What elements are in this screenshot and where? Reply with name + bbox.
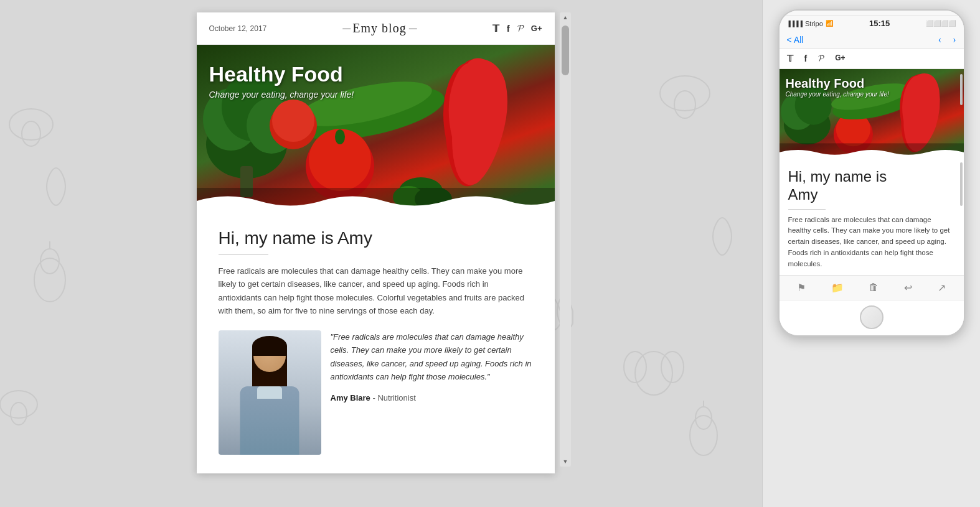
scroll-arrow-up[interactable]: ▲ xyxy=(560,12,571,22)
phone-nav-bar: < All ‹ › xyxy=(780,31,964,49)
phone-facebook-icon[interactable]: f xyxy=(804,53,808,64)
svg-point-26 xyxy=(272,100,314,142)
quote-text: "Free radicals are molecules that can da… xyxy=(331,330,533,384)
logo-dash-left: — xyxy=(342,24,350,33)
content-divider xyxy=(219,254,268,255)
phone-mockup: ▐▐▐▐ Stripo 📶 15:15 ⬜⬜⬜⬜ < All ‹ › 𝕋 f xyxy=(778,9,965,337)
email-scrollbar[interactable]: ▲ ▼ xyxy=(560,12,571,467)
mobile-preview-panel: ▐▐▐▐ Stripo 📶 15:15 ⬜⬜⬜⬜ < All ‹ › 𝕋 f xyxy=(762,0,980,507)
phone-flag-icon[interactable]: ⚑ xyxy=(797,282,806,294)
nav-left-arrow[interactable]: ‹ xyxy=(938,34,941,45)
quote-content: "Free radicals are molecules that can da… xyxy=(331,330,533,402)
phone-share-icon[interactable]: ↗ xyxy=(938,282,946,294)
hero-text: Healthy Food Change your eating, change … xyxy=(209,62,354,100)
phone-time: 15:15 xyxy=(869,19,890,28)
svg-point-24 xyxy=(335,129,345,144)
phone-hero-text: Healthy Food Change your eating, change … xyxy=(786,77,889,98)
hero-title: Healthy Food xyxy=(209,62,354,86)
phone-battery: ⬜⬜⬜⬜ xyxy=(926,20,956,27)
quote-section: "Free radicals are molecules that can da… xyxy=(219,330,533,455)
author-attribution: Amy Blare - Nutritionist xyxy=(331,393,533,402)
phone-reply-icon[interactable]: ↩ xyxy=(904,282,912,294)
scroll-thumb[interactable] xyxy=(562,26,569,75)
email-date: October 12, 2017 xyxy=(209,24,267,33)
phone-googleplus-icon[interactable]: G+ xyxy=(835,53,845,64)
logo-text: Emy blog xyxy=(352,21,406,35)
email-preview-area: ▲ ▼ October 12, 2017 — Emy blog — 𝕋 f 𝓟 … xyxy=(0,0,762,507)
phone-folder-icon[interactable]: 📁 xyxy=(831,282,844,294)
facebook-icon[interactable]: f xyxy=(507,23,510,34)
nav-right-arrow[interactable]: › xyxy=(953,34,956,45)
phone-toolbar: ⚑ 📁 🗑 ↩ ↗ xyxy=(780,275,964,300)
phone-carrier: ▐▐▐▐ Stripo 📶 xyxy=(787,20,833,27)
phone-home-area xyxy=(780,300,964,335)
phone-social-bar: 𝕋 f 𝓟 G+ xyxy=(780,49,964,69)
phone-hero-title: Healthy Food xyxy=(786,77,889,91)
phone-content-heading: Hi, my name isAmy xyxy=(788,168,955,204)
email-body: Hi, my name is Amy Free radicals are mol… xyxy=(197,213,555,473)
social-icons-header: 𝕋 f 𝓟 G+ xyxy=(492,23,542,34)
phone-trash-icon[interactable]: 🗑 xyxy=(869,282,879,293)
phone-nav-arrows: ‹ › xyxy=(938,34,956,45)
logo-dash-right: — xyxy=(409,24,417,33)
phone-content-divider xyxy=(788,209,826,210)
phone-back-button[interactable]: < All xyxy=(787,35,804,45)
twitter-icon[interactable]: 𝕋 xyxy=(492,23,499,34)
email-logo: — Emy blog — xyxy=(342,21,416,35)
phone-hero: Healthy Food Change your eating, change … xyxy=(780,69,964,159)
email-container: October 12, 2017 — Emy blog — 𝕋 f 𝓟 G+ xyxy=(197,12,555,473)
hero-section: Healthy Food Change your eating, change … xyxy=(197,45,555,213)
scroll-arrow-down[interactable]: ▼ xyxy=(560,458,571,465)
pinterest-icon[interactable]: 𝓟 xyxy=(517,23,524,34)
phone-twitter-icon[interactable]: 𝕋 xyxy=(787,53,793,64)
phone-content: Hi, my name isAmy Free radicals are mole… xyxy=(780,159,964,275)
author-role: - Nutritionist xyxy=(370,393,416,402)
hero-subtitle: Change your eating, change your life! xyxy=(209,90,354,100)
phone-body-text: Free radicals are molecules that can dam… xyxy=(788,215,955,270)
author-photo xyxy=(219,330,321,455)
phone-pinterest-icon[interactable]: 𝓟 xyxy=(818,53,824,64)
email-header: October 12, 2017 — Emy blog — 𝕋 f 𝓟 G+ xyxy=(197,12,555,45)
googleplus-icon[interactable]: G+ xyxy=(531,24,542,33)
content-body-text: Free radicals are molecules that can dam… xyxy=(219,264,533,318)
phone-status-bar: ▐▐▐▐ Stripo 📶 15:15 ⬜⬜⬜⬜ xyxy=(780,16,964,31)
phone-home-button[interactable] xyxy=(860,305,883,329)
content-heading: Hi, my name is Amy xyxy=(219,228,533,248)
phone-hero-subtitle: Change your eating, change your life! xyxy=(786,91,889,98)
author-name: Amy Blare xyxy=(331,393,370,402)
